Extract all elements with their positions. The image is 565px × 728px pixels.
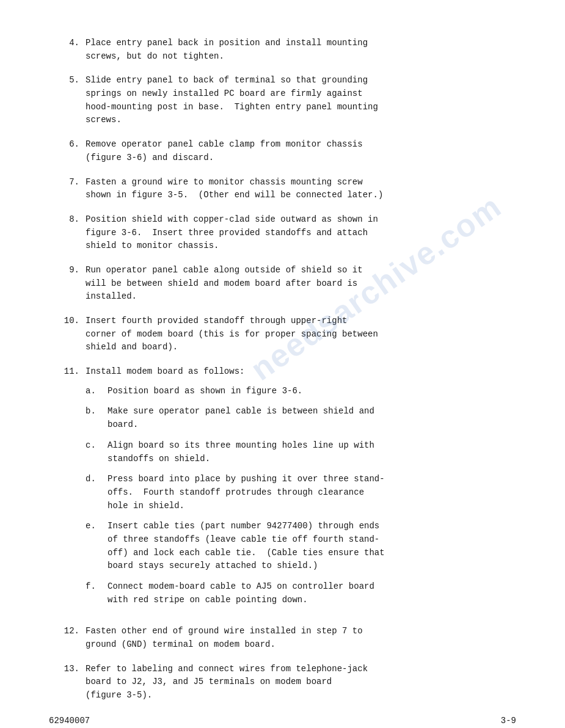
step-8-number: 8. [49,213,86,253]
sub-step-11b: b. Make sure operator panel cable is bet… [86,405,516,431]
sub-step-11e: e. Insert cable ties (part number 942774… [86,520,516,573]
step-11-number: 11. [49,365,86,614]
sub-steps-11: a. Position board as shown in figure 3-6… [86,385,516,607]
step-7: 7. Fasten a ground wire to monitor chass… [49,176,516,202]
sub-step-11a-label: a. [86,385,108,398]
footer: 62940007 3-9 [49,716,516,726]
step-6: 6. Remove operator panel cable clamp fro… [49,138,516,164]
step-13-number: 13. [49,663,86,702]
main-content: needsarchive.com 4. Place entry panel ba… [49,37,516,702]
steps-list: 4. Place entry panel back in position an… [49,37,516,702]
sub-step-11b-content: Make sure operator panel cable is betwee… [108,405,516,431]
step-9-number: 9. [49,264,86,304]
sub-step-11d-content: Press board into place by pushing it ove… [108,473,516,512]
step-8-content: Position shield with copper-clad side ou… [86,213,516,253]
step-7-number: 7. [49,176,86,202]
step-5: 5. Slide entry panel to back of terminal… [49,74,516,127]
step-6-content: Remove operator panel cable clamp from m… [86,138,516,164]
sub-step-11a-content: Position board as shown in figure 3-6. [108,385,516,398]
step-4-number: 4. [49,37,86,63]
step-12-number: 12. [49,625,86,651]
sub-step-11c-label: c. [86,439,108,465]
sub-step-11f-label: f. [86,580,108,606]
sub-step-11c-content: Align board so its three mounting holes … [108,439,516,465]
page-number: 3-9 [501,716,516,726]
sub-step-11d-label: d. [86,473,108,512]
step-9: 9. Run operator panel cable along outsid… [49,264,516,304]
page: needsarchive.com 4. Place entry panel ba… [0,0,565,728]
step-13-content: Refer to labeling and connect wires from… [86,663,516,702]
step-4-content: Place entry panel back in position and i… [86,37,516,63]
sub-step-11a: a. Position board as shown in figure 3-6… [86,385,516,398]
sub-step-11c: c. Align board so its three mounting hol… [86,439,516,465]
step-13: 13. Refer to labeling and connect wires … [49,663,516,702]
document-number: 62940007 [49,716,90,726]
sub-step-11e-label: e. [86,520,108,573]
step-8: 8. Position shield with copper-clad side… [49,213,516,253]
step-12-content: Fasten other end of ground wire installe… [86,625,516,651]
step-10: 10. Insert fourth provided standoff thro… [49,315,516,354]
sub-step-11f-content: Connect modem-board cable to AJ5 on cont… [108,580,516,606]
step-10-content: Insert fourth provided standoff through … [86,315,516,354]
step-4: 4. Place entry panel back in position an… [49,37,516,63]
sub-step-11b-label: b. [86,405,108,431]
step-11: 11. Install modem board as follows: a. P… [49,365,516,614]
sub-step-11e-content: Insert cable ties (part number 94277400)… [108,520,516,573]
step-6-number: 6. [49,138,86,164]
step-7-content: Fasten a ground wire to monitor chassis … [86,176,516,202]
step-5-content: Slide entry panel to back of terminal so… [86,74,516,127]
step-10-number: 10. [49,315,86,354]
step-12: 12. Fasten other end of ground wire inst… [49,625,516,651]
step-9-content: Run operator panel cable along outside o… [86,264,516,304]
sub-step-11f: f. Connect modem-board cable to AJ5 on c… [86,580,516,606]
step-11-content: Install modem board as follows: a. Posit… [86,365,516,614]
step-5-number: 5. [49,74,86,127]
sub-step-11d: d. Press board into place by pushing it … [86,473,516,512]
